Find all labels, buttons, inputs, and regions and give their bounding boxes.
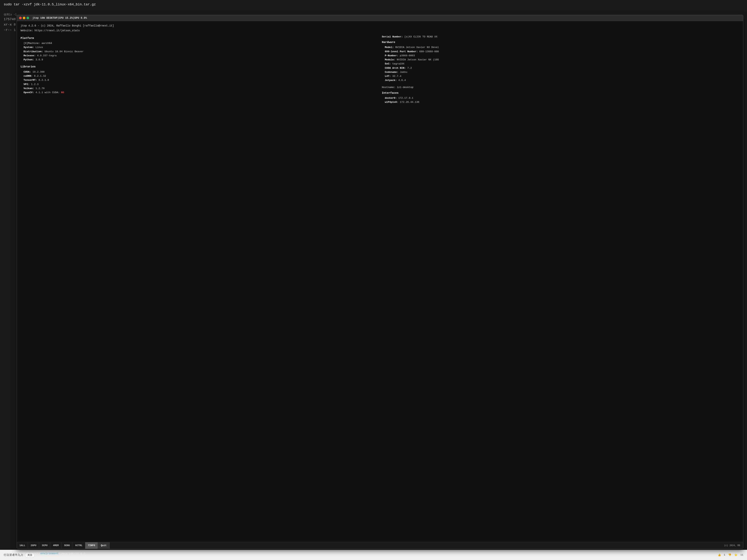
python-val: 3.6.9 <box>35 58 43 61</box>
serial-val: [s|XX CLICK TO READ XX <box>405 35 437 38</box>
vpi-key: VPI: <box>24 83 31 86</box>
cuda-arch-key: CUDA Arch BIN: <box>385 67 407 70</box>
distribution-val: Ubuntu 18.04 Bionic Beaver <box>45 50 83 53</box>
statusbar-3cpu-label: 3CPU <box>42 544 47 547</box>
statusbar-5eng-label: 5ENG <box>64 544 70 547</box>
copyright-text: (c) 2024, RB <box>724 544 740 547</box>
jtop-window: jtop 10W DESKTOP|CPU 15.2%|GPU 0.0% jtop… <box>17 15 743 549</box>
tensorrt-key: TensorRT: <box>24 79 38 81</box>
statusbar-quit[interactable]: Quit <box>98 542 110 549</box>
vpi-val: 1.2.3 <box>31 83 39 86</box>
opencv-val: 4.1.1 with CUDA: <box>35 91 61 94</box>
cmd-suffix: /java/jdk-11.0.5 <box>59 552 85 555</box>
close-button[interactable] <box>19 17 22 19</box>
bottom-cmd-line: export J2SDKDIR=/root/environment/java/j… <box>0 551 747 556</box>
distribution-key: Distribution: <box>24 50 45 53</box>
release-val: 4.9.337-tegra <box>37 54 56 57</box>
main-area: Platform [X]Machine: aarch64 System: Lin… <box>21 35 740 542</box>
cuda-key: CUDA: <box>24 71 33 73</box>
tensorrt-line: TensorRT: 8.2.1.8 <box>21 78 378 82</box>
docker0-val: 172.17.0.1 <box>398 97 413 100</box>
wlp-line: wlP4p1s0: 172.26.44.136 <box>382 100 740 104</box>
header-line-1: jtop 4.2.6 - (c) 2024, Raffaello Bonghi … <box>21 24 740 28</box>
libraries-title: Libraries <box>21 64 378 69</box>
statusbar-4mem[interactable]: 4MEM <box>50 542 61 549</box>
statusbar-4mem-label: 4MEM <box>53 544 59 547</box>
minimize-button[interactable] <box>23 17 25 19</box>
cuda-arch-val: 7.2 <box>407 67 412 70</box>
hardware-title: Hardware <box>382 40 740 45</box>
soc-val: tegra194 <box>392 62 405 65</box>
window-title: jtop 10W DESKTOP|CPU 15.2%|GPU 0.0% <box>32 17 87 20</box>
cuda-line: CUDA: 10.2.300 <box>21 70 378 74</box>
hostname-section: Hostname: lzl-desktop <box>382 85 740 90</box>
module-key: Module: <box>385 58 397 61</box>
release-key: Release: <box>24 54 37 57</box>
l4t-key: L4T: <box>385 75 392 78</box>
cuda-val: 10.2.300 <box>33 71 45 73</box>
docker0-line: docker0: 172.17.0.1 <box>382 96 740 100</box>
opencv-cuda-status: NO <box>61 91 64 94</box>
wlp-key: wlP4p1s0: <box>385 101 400 104</box>
codename-val: Jakku <box>400 71 407 74</box>
bg-top-cmd: sudo tar -xzvf jdk-11.0.5_linux-x64_bin.… <box>4 2 743 7</box>
python-line: Python: 3.6.9 <box>21 58 378 62</box>
cuda-arch-line: CUDA Arch BIN: 7.2 <box>382 66 740 70</box>
codename-line: Codename: Jakku <box>382 70 740 74</box>
statusbar-2gpu-label: 2GPU <box>31 544 36 547</box>
statusbar-copyright: (c) 2024, RB <box>721 542 743 549</box>
wlp-val: 172.26.44.136 <box>400 101 419 104</box>
statusbar-2gpu[interactable]: 2GPU <box>28 542 39 549</box>
cudnn-val: 8.2.1.32 <box>34 75 46 77</box>
module-line: Module: NVIDIA Jetson Xavier NX (16G <box>382 58 740 62</box>
cmd-prefix: export J2SDKDIR=/root/ <box>4 552 41 555</box>
statusbar-6ctrl[interactable]: 6CTRL <box>73 542 85 549</box>
statusbar-7info[interactable]: 7INFO <box>85 542 98 549</box>
p-number-key: P-Number: <box>385 54 400 57</box>
docker0-key: docker0: <box>385 97 398 100</box>
release-line: Release: 4.9.337-tegra <box>21 54 378 58</box>
soc-line: SoC: tegra194 <box>382 62 740 66</box>
jetpack-line: Jetpack: 4.6.4 <box>382 78 740 82</box>
statusbar-7info-label: 7INFO <box>88 544 95 547</box>
statusbar: 1ALL 2GPU 3CPU 4MEM 5ENG 6CTRL 7INFO Qui… <box>17 542 743 549</box>
cmd-highlight: environment <box>41 552 59 555</box>
p-number-val: p3668-0003 <box>400 54 415 57</box>
p-number-line: P-Number: p3668-0003 <box>382 54 740 58</box>
interfaces-title: Interfaces <box>382 91 740 96</box>
hostname-key: Hostname: <box>382 86 397 89</box>
tensorrt-val: 8.2.1.8 <box>38 79 49 81</box>
statusbar-6ctrl-label: 6CTRL <box>75 544 82 547</box>
system-key: System: <box>24 46 35 49</box>
l4t-line: L4T: 32.7.4 <box>382 74 740 78</box>
part-number-key: 699-level Part Number: <box>385 50 419 53</box>
vulkan-val: 1.2.70 <box>35 87 45 90</box>
statusbar-3cpu[interactable]: 3CPU <box>39 542 50 549</box>
maximize-button[interactable] <box>26 17 29 19</box>
cudnn-line: cuDNN: 8.2.1.32 <box>21 74 378 78</box>
codename-key: Codename: <box>385 71 400 74</box>
serial-line: Serial Number: [s|XX CLICK TO READ XX <box>382 35 740 39</box>
cudnn-key: cuDNN: <box>24 75 34 77</box>
model-key: Model: <box>385 46 395 49</box>
left-column: Platform [X]Machine: aarch64 System: Lin… <box>21 35 382 542</box>
platform-title: Platform <box>21 36 378 41</box>
statusbar-1all-label: 1ALL <box>20 544 25 547</box>
model-val: NVIDIA Jetson Xavier NX Devel <box>395 46 439 49</box>
part-number-val: 699-13668-000 <box>419 50 439 53</box>
statusbar-1all[interactable]: 1ALL <box>17 542 28 549</box>
soc-key: SoC: <box>385 62 392 65</box>
distribution-line: Distribution: Ubuntu 18.04 Bionic Beaver <box>21 50 378 54</box>
header-line-2: Website: https://rnext.it/jetson_stats <box>21 28 740 33</box>
python-key: Python: <box>24 58 35 61</box>
vulkan-key: Vulkan: <box>24 87 35 90</box>
titlebar: jtop 10W DESKTOP|CPU 15.2%|GPU 0.0% <box>17 15 743 21</box>
statusbar-quit-label: Quit <box>101 544 106 547</box>
statusbar-5eng[interactable]: 5ENG <box>61 542 73 549</box>
window-content: jtop 4.2.6 - (c) 2024, Raffaello Bonghi … <box>17 21 743 542</box>
machine-line: [X]Machine: aarch64 <box>21 41 378 45</box>
jetpack-val: 4.6.4 <box>398 79 406 82</box>
serial-key: Serial Number: <box>382 35 405 38</box>
opencv-key: OpenCV: <box>24 91 35 94</box>
model-line: Model: NVIDIA Jetson Xavier NX Devel <box>382 45 740 49</box>
